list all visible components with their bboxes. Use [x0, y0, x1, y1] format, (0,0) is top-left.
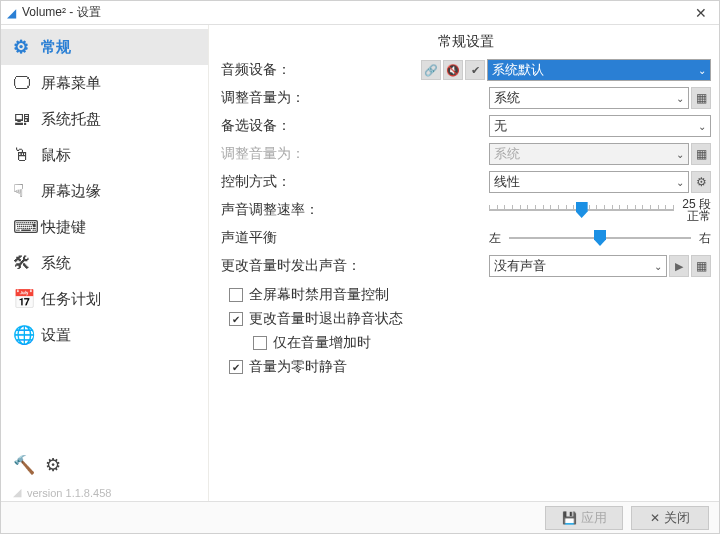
- chevron-down-icon: ⌄: [676, 149, 684, 160]
- sidebar-item-system[interactable]: 🛠 系统: [1, 245, 208, 281]
- sidebar-item-tray[interactable]: 🖳 系统托盘: [1, 101, 208, 137]
- label-control-method: 控制方式：: [221, 173, 421, 191]
- window-title: Volume² - 设置: [22, 4, 689, 21]
- adjust-volume-select-2: 系统 ⌄: [489, 143, 689, 165]
- sidebar-item-mouse[interactable]: 🖱 鼠标: [1, 137, 208, 173]
- gear-plus-icon[interactable]: ⚙: [45, 454, 61, 476]
- titlebar: ◢ Volume² - 设置 ✕: [1, 1, 719, 25]
- sidebar-item-label: 任务计划: [41, 290, 101, 309]
- sidebar-item-schedule[interactable]: 📅 任务计划: [1, 281, 208, 317]
- speed-caption: 正常: [687, 210, 711, 222]
- footer: 💾 应用 ✕ 关闭: [1, 501, 719, 533]
- balance-slider[interactable]: [509, 227, 691, 249]
- save-icon: 💾: [562, 511, 577, 525]
- checkbox-only-on-increase[interactable]: 仅在音量增加时: [253, 331, 711, 355]
- sidebar-item-label: 设置: [41, 326, 71, 345]
- version-text: version 1.1.8.458: [27, 487, 111, 499]
- app-logo-icon: ◢: [7, 6, 16, 20]
- alternate-device-select[interactable]: 无 ⌄: [489, 115, 711, 137]
- checkbox-disable-fullscreen[interactable]: 全屏幕时禁用音量控制: [229, 283, 711, 307]
- link-icon[interactable]: 🔗: [421, 60, 441, 80]
- page-title: 常规设置: [221, 33, 711, 51]
- label-speed: 声音调整速率：: [221, 201, 421, 219]
- speed-slider[interactable]: [489, 199, 674, 221]
- control-method-select[interactable]: 线性 ⌄: [489, 171, 689, 193]
- sidebar-item-label: 鼠标: [41, 146, 71, 165]
- tray-icon: 🖳: [13, 109, 41, 130]
- checkbox-mute-on-zero[interactable]: ✔ 音量为零时静音: [229, 355, 711, 379]
- monitor-icon: 🖵: [13, 73, 41, 94]
- checkbox-icon: [229, 288, 243, 302]
- folder-icon[interactable]: ▦: [691, 87, 711, 109]
- sound-on-change-select[interactable]: 没有声音 ⌄: [489, 255, 667, 277]
- audio-device-select[interactable]: 系统默认 ⌄: [487, 59, 711, 81]
- gear-icon: ⚙: [13, 36, 41, 58]
- checkbox-checked-icon: ✔: [229, 312, 243, 326]
- folder-icon: ▦: [691, 143, 711, 165]
- label-audio-device: 音频设备：: [221, 61, 421, 79]
- mute-icon[interactable]: 🔇: [443, 60, 463, 80]
- mouse-icon: 🖱: [13, 145, 41, 166]
- balance-left-label: 左: [489, 230, 501, 247]
- sidebar-item-label: 常规: [41, 38, 71, 57]
- hand-icon: ☟: [13, 180, 41, 202]
- sidebar-item-label: 快捷键: [41, 218, 86, 237]
- app-logo-small-icon: ◢: [13, 486, 21, 499]
- check-icon[interactable]: ✔: [465, 60, 485, 80]
- close-button[interactable]: ✕ 关闭: [631, 506, 709, 530]
- main-panel: 常规设置 音频设备： 🔗 🔇 ✔ 系统默认 ⌄ 调整音量为： 系统 ⌄: [209, 25, 719, 501]
- chevron-down-icon: ⌄: [676, 93, 684, 104]
- folder-icon[interactable]: ▦: [691, 255, 711, 277]
- chevron-down-icon: ⌄: [698, 65, 706, 76]
- sidebar-item-label: 系统: [41, 254, 71, 273]
- checkbox-checked-icon: ✔: [229, 360, 243, 374]
- label-adjust-volume-2: 调整音量为：: [221, 145, 421, 163]
- checkbox-icon: [253, 336, 267, 350]
- checkbox-exit-mute-on-change[interactable]: ✔ 更改音量时退出静音状态: [229, 307, 711, 331]
- sidebar-item-general[interactable]: ⚙ 常规: [1, 29, 208, 65]
- sidebar-item-osd[interactable]: 🖵 屏幕菜单: [1, 65, 208, 101]
- keyboard-icon: ⌨: [13, 216, 41, 238]
- label-balance: 声道平衡: [221, 229, 421, 247]
- globe-icon: 🌐: [13, 324, 41, 346]
- sidebar-item-edges[interactable]: ☟ 屏幕边缘: [1, 173, 208, 209]
- chevron-down-icon: ⌄: [698, 121, 706, 132]
- close-icon: ✕: [650, 511, 660, 525]
- balance-right-label: 右: [699, 230, 711, 247]
- chevron-down-icon: ⌄: [676, 177, 684, 188]
- label-alternate-device: 备选设备：: [221, 117, 421, 135]
- tools-icon: 🛠: [13, 253, 41, 274]
- close-icon[interactable]: ✕: [689, 5, 713, 21]
- adjust-volume-select[interactable]: 系统 ⌄: [489, 87, 689, 109]
- sidebar-item-label: 屏幕菜单: [41, 74, 101, 93]
- sidebar: ⚙ 常规 🖵 屏幕菜单 🖳 系统托盘 🖱 鼠标 ☟ 屏幕边缘 ⌨ 快捷键: [1, 25, 209, 501]
- apply-button[interactable]: 💾 应用: [545, 506, 623, 530]
- hammer-icon[interactable]: 🔨: [13, 454, 35, 476]
- chevron-down-icon: ⌄: [654, 261, 662, 272]
- sidebar-item-language[interactable]: 🌐 设置: [1, 317, 208, 353]
- sidebar-item-label: 屏幕边缘: [41, 182, 101, 201]
- calendar-icon: 📅: [13, 288, 41, 310]
- play-icon[interactable]: ▶: [669, 255, 689, 277]
- gear-icon[interactable]: ⚙: [691, 171, 711, 193]
- sidebar-item-label: 系统托盘: [41, 110, 101, 129]
- label-sound-on-change: 更改音量时发出声音：: [221, 257, 421, 275]
- sidebar-item-hotkeys[interactable]: ⌨ 快捷键: [1, 209, 208, 245]
- label-adjust-volume: 调整音量为：: [221, 89, 421, 107]
